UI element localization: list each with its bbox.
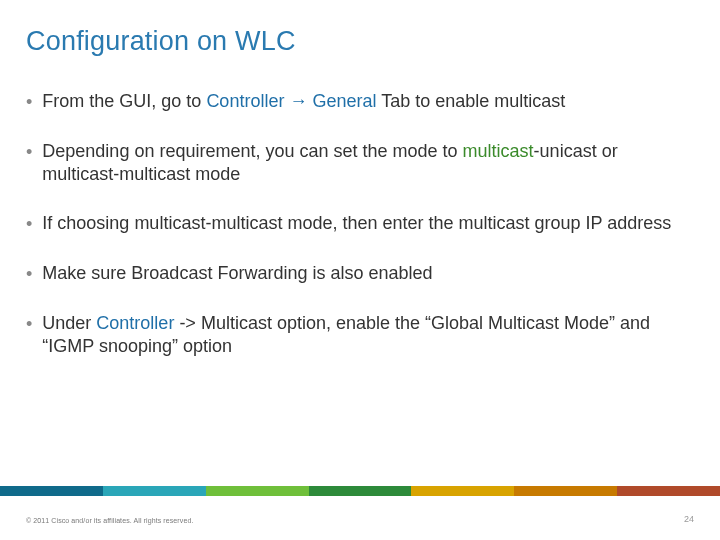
- mode-multicast: multicast: [463, 141, 534, 161]
- text-fragment: Tab to enable multicast: [376, 91, 565, 111]
- nav-controller: Controller: [96, 313, 174, 333]
- bullet-text: Depending on requirement, you can set th…: [42, 140, 694, 186]
- slide-title: Configuration on WLC: [26, 26, 296, 57]
- slide: Configuration on WLC • From the GUI, go …: [0, 0, 720, 540]
- bullet-text: From the GUI, go to Controller → General…: [42, 90, 694, 113]
- bullet-dot: •: [26, 263, 32, 286]
- text-fragment: If choosing: [42, 213, 134, 233]
- band-segment: [617, 486, 720, 496]
- text-fragment: mode, then enter the multicast group IP …: [282, 213, 671, 233]
- band-segment: [0, 486, 103, 496]
- bullet-text: Make sure Broadcast Forwarding is also e…: [42, 262, 694, 285]
- copyright-text: © 2011 Cisco and/or its affiliates. All …: [26, 517, 193, 524]
- arrow-icon: →: [284, 91, 312, 111]
- page-number: 24: [684, 514, 694, 524]
- bullet-item: • Depending on requirement, you can set …: [26, 140, 694, 186]
- bullet-text: If choosing multicast-multicast mode, th…: [42, 212, 694, 235]
- nav-general: General: [312, 91, 376, 111]
- mode-unicast: unicast: [540, 141, 597, 161]
- bullet-item: • From the GUI, go to Controller → Gener…: [26, 90, 694, 114]
- nav-controller: Controller: [206, 91, 284, 111]
- bullet-dot: •: [26, 91, 32, 114]
- band-segment: [411, 486, 514, 496]
- band-segment: [309, 486, 412, 496]
- mode-multicast-multicast: multicast-multicast: [42, 164, 190, 184]
- mode-multicast-multicast: multicast-multicast: [134, 213, 282, 233]
- text-fragment: From the GUI, go to: [42, 91, 206, 111]
- bullet-dot: •: [26, 313, 32, 336]
- bullet-item: • Make sure Broadcast Forwarding is also…: [26, 262, 694, 286]
- band-segment: [103, 486, 206, 496]
- bullet-dot: •: [26, 141, 32, 164]
- text-fragment: Under: [42, 313, 96, 333]
- band-segment: [206, 486, 309, 496]
- bullet-item: • Under Controller -> Multicast option, …: [26, 312, 694, 358]
- bullet-item: • If choosing multicast-multicast mode, …: [26, 212, 694, 236]
- color-band: [0, 486, 720, 496]
- text-fragment: or: [597, 141, 618, 161]
- bullet-list: • From the GUI, go to Controller → Gener…: [26, 90, 694, 384]
- bullet-text: Under Controller -> Multicast option, en…: [42, 312, 694, 358]
- bullet-dot: •: [26, 213, 32, 236]
- footer: © 2011 Cisco and/or its affiliates. All …: [26, 514, 694, 524]
- band-segment: [514, 486, 617, 496]
- text-fragment: mode: [190, 164, 240, 184]
- text-fragment: Depending on requirement, you can set th…: [42, 141, 462, 161]
